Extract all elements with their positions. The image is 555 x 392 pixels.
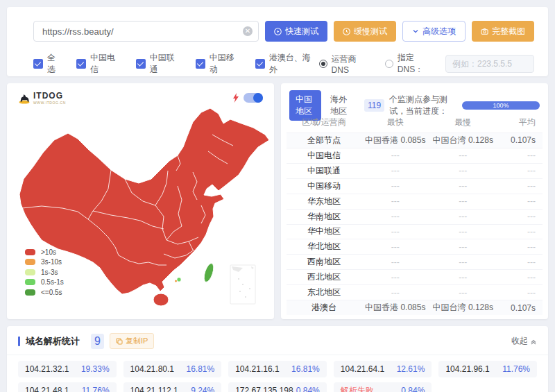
hongkong-region[interactable] — [177, 278, 181, 282]
cell-name: 东北地区 — [287, 287, 361, 298]
dns-ip-chip: 104.21.48.111.76% — [18, 382, 117, 392]
full-screenshot-button[interactable]: 完整截图 — [472, 21, 534, 42]
table-row: 华南地区--------- — [287, 209, 543, 224]
clock-icon — [343, 28, 350, 35]
lightning-icon — [232, 93, 239, 103]
clear-url-icon[interactable]: ✕ — [243, 26, 253, 36]
url-row: ✕ 快速测试 缓慢测试 高级选项 完整截图 — [7, 7, 548, 42]
cell-avg: 0.107s — [497, 303, 543, 313]
collapse-label: 收起 — [511, 335, 528, 347]
dns-failed-chip: 解析失败0.84% — [334, 382, 432, 392]
collapse-button[interactable]: 收起 — [511, 335, 537, 347]
custom-dns-radio[interactable] — [385, 60, 393, 68]
dns-ip-chip: 104.21.96.111.76% — [438, 361, 537, 377]
checkbox-checked-icon[interactable] — [255, 59, 265, 69]
dns-count-badge: 9 — [91, 334, 104, 349]
legend-swatch — [25, 269, 35, 275]
hainan-region[interactable] — [153, 293, 169, 306]
checkbox-label: 全选 — [47, 52, 64, 76]
ip-percentage: 11.76% — [502, 364, 530, 374]
cell-slowest: 中国台湾 0.128s — [429, 302, 497, 314]
url-input[interactable] — [42, 26, 243, 37]
ip-address: 104.21.16.1 — [235, 364, 279, 374]
cell-slowest: --- — [429, 151, 497, 160]
cell-name: 华南地区 — [287, 211, 361, 223]
checkbox-checked-icon[interactable] — [33, 59, 43, 69]
table-row: 西南地区--------- — [287, 254, 543, 269]
cell-slowest: --- — [429, 181, 497, 191]
dns-ip-chip: 104.21.32.119.33% — [18, 361, 117, 377]
logo-subtitle: WWW.ITDOG.CN — [33, 101, 66, 105]
checkbox-label: 中国联通 — [150, 52, 183, 76]
cell-avg: --- — [497, 257, 543, 267]
full-screenshot-label: 完整截图 — [492, 26, 525, 37]
custom-dns-label: 指定DNS： — [398, 52, 440, 76]
checkbox-item[interactable]: 中国电信 — [76, 52, 123, 76]
title-accent-bar — [18, 336, 20, 346]
cell-avg: --- — [497, 151, 543, 160]
cell-slowest: 中国台湾 0.128s — [429, 135, 497, 146]
taiwan-region[interactable] — [202, 262, 215, 283]
cell-avg: --- — [497, 166, 543, 176]
checkbox-checked-icon[interactable] — [136, 59, 146, 69]
macau-region[interactable] — [175, 280, 177, 282]
quick-test-button[interactable]: 快速测试 — [265, 21, 327, 42]
legend-item: 0.5s-1s — [25, 278, 64, 288]
cell-fastest: --- — [361, 212, 429, 221]
results-table: 区域/运营商 最快 最慢 平均 全部节点中国香港 0.085s中国台湾 0.12… — [287, 112, 543, 315]
cell-avg: --- — [497, 181, 543, 191]
carrier-dns-radio[interactable] — [319, 60, 327, 68]
copy-icon — [116, 338, 123, 345]
checkbox-checked-icon[interactable] — [76, 59, 86, 69]
dns-group: 运营商DNS 指定DNS： — [319, 52, 534, 76]
ip-address: 104.21.96.1 — [445, 364, 489, 374]
col-region: 区域/运营商 — [287, 117, 361, 128]
copy-ip-button[interactable]: 复制IP — [110, 333, 154, 349]
results-table-body: 全部节点中国香港 0.085s中国台湾 0.128s0.107s中国电信----… — [287, 133, 543, 315]
china-map-card: ITDOG WWW.ITDOG.CN >10s3s-10s1s-3s0.5s-1… — [7, 83, 274, 319]
checkbox-checked-icon[interactable] — [196, 59, 205, 69]
legend-label: 1s-3s — [41, 269, 58, 276]
checkbox-label: 中国电信 — [90, 52, 123, 76]
play-icon — [274, 28, 282, 35]
advanced-options-button[interactable]: 高级选项 — [402, 21, 466, 42]
ip-address: 104.21.32.1 — [25, 364, 69, 374]
cell-name: 华中地区 — [287, 225, 361, 237]
table-row: 中国移动--------- — [287, 178, 543, 194]
camera-icon — [481, 28, 488, 35]
cell-fastest: --- — [361, 227, 429, 237]
cell-slowest: --- — [429, 166, 497, 176]
cell-fastest: --- — [361, 181, 429, 191]
legend-label: <=0.5s — [41, 289, 62, 296]
ip-percentage: 9.24% — [191, 386, 214, 392]
ip-address: 104.21.64.1 — [341, 364, 384, 374]
slow-test-button[interactable]: 缓慢测试 — [334, 21, 396, 42]
checkbox-item[interactable]: 中国联通 — [136, 52, 183, 76]
checkbox-item[interactable]: 全选 — [33, 52, 64, 76]
col-fastest: 最快 — [361, 117, 429, 128]
ip-percentage: 19.33% — [81, 364, 110, 374]
cell-fastest: --- — [361, 273, 429, 282]
fast-mode-toggle[interactable] — [244, 93, 263, 103]
cell-avg: --- — [497, 242, 543, 252]
checkbox-item[interactable]: 港澳台、海外 — [255, 52, 319, 76]
custom-dns-input[interactable] — [445, 55, 534, 73]
south-china-sea-inset — [230, 265, 255, 304]
copy-ip-label: 复制IP — [126, 336, 148, 346]
table-row: 华中地区--------- — [287, 224, 543, 239]
legend-label: >10s — [41, 248, 56, 256]
cell-name: 华北地区 — [287, 241, 361, 253]
cell-avg: --- — [497, 273, 543, 282]
carrier-dns-label: 运营商DNS — [332, 53, 374, 75]
cell-fastest: --- — [361, 151, 429, 160]
col-average: 平均 — [497, 117, 543, 128]
progress-bar-wrap: 100% — [462, 101, 540, 110]
cell-fastest: --- — [361, 166, 429, 176]
checkbox-item[interactable]: 中国移动 — [196, 52, 243, 76]
cell-fastest: --- — [361, 288, 429, 298]
legend-swatch — [25, 249, 35, 255]
table-row: 港澳台中国香港 0.085s中国台湾 0.128s0.107s — [287, 300, 543, 315]
dns-stats-header: 域名解析统计 9 复制IP 收起 — [7, 326, 548, 355]
dns-ip-chip: 172.67.135.1980.84% — [228, 382, 327, 392]
ip-address: 104.21.112.1 — [130, 386, 178, 392]
